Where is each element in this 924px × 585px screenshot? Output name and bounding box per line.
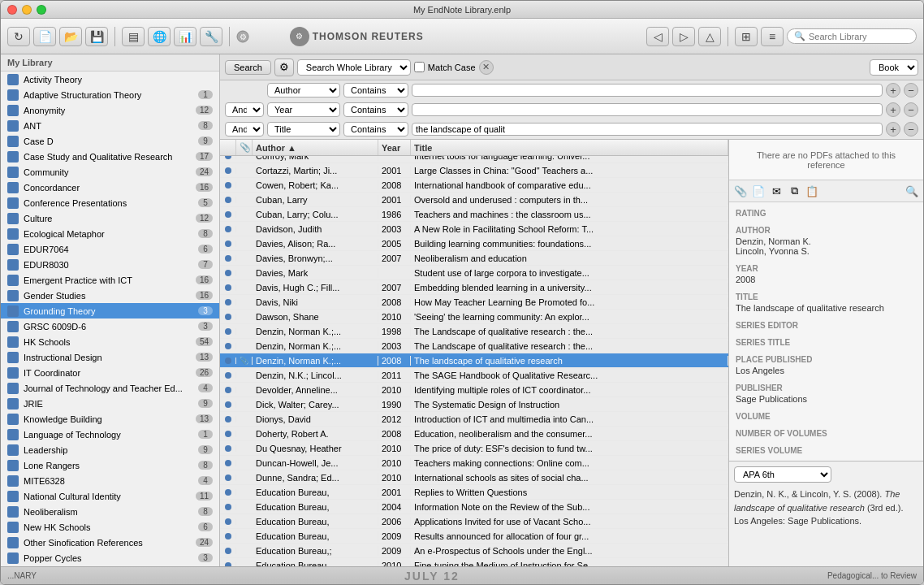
filter-val-2[interactable] [412, 103, 883, 116]
table-row[interactable]: Denzin, Norman K.;... 1998 The Landscape… [220, 324, 728, 339]
layout-btn2[interactable]: 🌐 [148, 27, 171, 46]
search-button[interactable]: Search [225, 60, 271, 75]
filter-logic-2[interactable]: And [225, 102, 264, 117]
sidebar-item[interactable]: Grounding Theory 3 [1, 303, 219, 318]
view-toggle2[interactable]: ≡ [761, 27, 784, 46]
table-row[interactable]: Cortazzi, Martin; Ji... 2001 Large Class… [220, 163, 728, 178]
sidebar-item[interactable]: JRIE 9 [1, 396, 219, 411]
search-detail-button[interactable]: 🔍 [904, 183, 920, 199]
email-button[interactable]: ✉ [768, 183, 784, 199]
clear-search-button[interactable]: ✕ [479, 60, 494, 75]
sidebar-item[interactable]: Culture 12 [1, 210, 219, 226]
new-ref-button[interactable]: 📄 [33, 27, 56, 46]
table-row[interactable]: Davis, Niki 2008 How May Teacher Learnin… [220, 295, 728, 310]
sidebar-item[interactable]: New HK Schools 6 [1, 519, 219, 535]
filter-add-3[interactable]: + [886, 122, 900, 136]
table-row[interactable]: Dick, Walter; Carey... 1990 The Systemat… [220, 397, 728, 412]
filter-op-3[interactable]: Contains [343, 122, 408, 136]
filter-add-2[interactable]: + [886, 102, 900, 117]
table-row[interactable]: Du Quesnay, Heather 2010 The price of du… [220, 441, 728, 456]
close-button[interactable] [7, 5, 17, 15]
table-row[interactable]: Conroy, Mark Internet tools for language… [220, 156, 728, 163]
save-button[interactable]: 💾 [85, 27, 108, 46]
minimize-button[interactable] [22, 5, 32, 15]
table-row[interactable]: Devolder, Anneline... 2010 Identifying m… [220, 383, 728, 397]
layout-btn3[interactable]: 📊 [174, 27, 196, 46]
table-row[interactable]: Education Bureau, 2009 Results announced… [220, 529, 728, 544]
table-row[interactable]: Denzin, N.K.; Lincol... 2011 The SAGE Ha… [220, 368, 728, 383]
sidebar-item[interactable]: Other Sinofication References 24 [1, 535, 219, 550]
table-row[interactable]: Dawson, Shane 2010 'Seeing' the learning… [220, 310, 728, 324]
sidebar-item[interactable]: Ecological Metaphor 8 [1, 226, 219, 241]
layout-btn4[interactable]: 🔧 [200, 27, 222, 46]
filter-remove-2[interactable]: − [904, 102, 918, 117]
sidebar-item[interactable]: Anonymity 12 [1, 102, 219, 118]
sidebar-item[interactable]: Community 24 [1, 164, 219, 180]
open-pdf-button[interactable]: 📄 [750, 183, 766, 199]
nav-fwd-button[interactable]: ▷ [672, 27, 695, 46]
col-header-year[interactable]: Year [378, 140, 411, 155]
sidebar-item[interactable]: Conference Presentations 5 [1, 195, 219, 210]
refresh-button[interactable]: ↻ [7, 27, 30, 46]
sidebar-item[interactable]: GRSC 6009D-6 3 [1, 318, 219, 334]
paste-button[interactable]: 📋 [804, 183, 820, 199]
filter-field-3[interactable]: Title [267, 122, 340, 136]
filter-logic-3[interactable]: And [225, 122, 264, 136]
sidebar-item[interactable]: HK Schools 54 [1, 334, 219, 349]
filter-field-2[interactable]: Year [267, 102, 340, 117]
attach-pdf-button[interactable]: 📎 [732, 183, 749, 199]
sidebar-item[interactable]: Neoliberalism 8 [1, 504, 219, 519]
sidebar-item[interactable]: MITE6328 4 [1, 473, 219, 488]
sidebar-item[interactable]: Popper Cycles 3 [1, 550, 219, 566]
open-button[interactable]: 📂 [59, 27, 82, 46]
filter-val-1[interactable] [412, 84, 883, 97]
sidebar-item[interactable]: Case D 9 [1, 133, 219, 149]
table-row[interactable]: Education Bureau,; 2009 An e-Prospectus … [220, 544, 728, 558]
filter-remove-3[interactable]: − [904, 122, 918, 136]
sidebar-item[interactable]: Leadership 9 [1, 442, 219, 457]
sidebar-item[interactable]: Lone Rangers 8 [1, 457, 219, 473]
filter-op-2[interactable]: Contains [343, 102, 408, 117]
table-row[interactable]: Doherty, Robert A. 2008 Education, neoli… [220, 427, 728, 441]
table-row[interactable]: Davies, Bronwyn;... 2007 Neoliberalism a… [220, 251, 728, 266]
maximize-button[interactable] [37, 5, 46, 15]
nav-up-button[interactable]: △ [698, 27, 721, 46]
search-input[interactable] [809, 32, 914, 41]
table-row[interactable]: Davidson, Judith 2003 A New Role in Faci… [220, 222, 728, 236]
sidebar-item[interactable]: National Cultural Identity 11 [1, 488, 219, 504]
table-row[interactable]: Davies, Mark Student use of large corpor… [220, 266, 728, 280]
nav-back-button[interactable]: ◁ [646, 27, 669, 46]
sidebar-item[interactable]: Emergent Practice with ICT 16 [1, 272, 219, 288]
sidebar-item[interactable]: EDUR7064 6 [1, 241, 219, 257]
sidebar-item[interactable]: Adaptive Structuration Theory 1 [1, 87, 219, 102]
filter-add-1[interactable]: + [886, 83, 900, 98]
citation-style-select[interactable]: APA 6th [734, 466, 831, 483]
sidebar-item[interactable]: Language of Technology 1 [1, 427, 219, 442]
table-row[interactable]: Cuban, Larry 2001 Oversold and underused… [220, 193, 728, 207]
col-header-title[interactable]: Title [411, 140, 728, 155]
sidebar-item[interactable]: Concordancer 16 [1, 180, 219, 195]
copy-button[interactable]: ⧉ [786, 183, 802, 199]
search-options-button[interactable]: ⚙ [274, 58, 294, 76]
table-row[interactable]: Education Bureau, 2006 Applications Invi… [220, 514, 728, 529]
sidebar-item[interactable]: ANT 8 [1, 118, 219, 133]
table-row[interactable]: Education Bureau, 2010 Fine-tuning the M… [220, 558, 728, 566]
filter-op-1[interactable]: Contains [343, 83, 408, 98]
match-case-checkbox[interactable] [414, 62, 425, 72]
search-scope-select[interactable]: Search Whole Library [297, 59, 411, 76]
sidebar-item[interactable]: Journal of Technology and Teacher Ed... … [1, 380, 219, 396]
table-row[interactable]: Dunne, Sandra; Ed... 2010 International … [220, 470, 728, 485]
table-row[interactable]: Davies, Alison; Ra... 2005 Building lear… [220, 236, 728, 251]
table-row[interactable]: Dionys, David 2012 Introduction of ICT a… [220, 412, 728, 427]
col-header-author[interactable]: Author ▲ [253, 140, 378, 155]
sidebar-item[interactable]: Instructional Design 13 [1, 349, 219, 365]
table-row[interactable]: 📎 Denzin, Norman K.;... 2008 The landsca… [220, 353, 728, 368]
view-toggle[interactable]: ⊞ [735, 27, 758, 46]
sidebar-item[interactable]: IT Coordinator 26 [1, 365, 219, 380]
sidebar-item[interactable]: Knowledge Building 13 [1, 411, 219, 427]
sidebar-item[interactable]: EDUR8030 7 [1, 257, 219, 272]
filter-remove-1[interactable]: − [904, 83, 918, 98]
sidebar-item[interactable]: Activity Theory [1, 72, 219, 87]
table-row[interactable]: Cuban, Larry; Colu... 1986 Teachers and … [220, 207, 728, 222]
col-header-read[interactable] [220, 140, 236, 155]
